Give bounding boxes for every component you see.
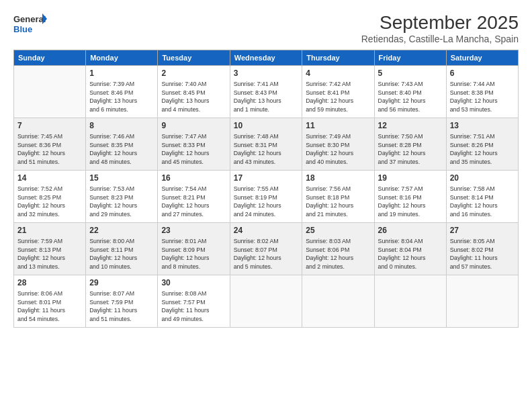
calendar-cell: 3Sunrise: 7:41 AM Sunset: 8:43 PM Daylig…	[230, 66, 302, 118]
calendar-cell: 1Sunrise: 7:39 AM Sunset: 8:46 PM Daylig…	[86, 66, 158, 118]
day-number: 23	[161, 225, 226, 236]
week-row-5: 28Sunrise: 8:06 AM Sunset: 8:01 PM Dayli…	[14, 275, 519, 328]
day-info: Sunrise: 8:00 AM Sunset: 8:11 PM Dayligh…	[89, 237, 154, 271]
calendar-cell: 19Sunrise: 7:57 AM Sunset: 8:16 PM Dayli…	[374, 171, 446, 223]
day-info: Sunrise: 7:41 AM Sunset: 8:43 PM Dayligh…	[234, 80, 299, 114]
day-number: 3	[234, 68, 299, 79]
day-info: Sunrise: 7:43 AM Sunset: 8:40 PM Dayligh…	[378, 80, 443, 114]
calendar-page: General Blue September 2025 Retiendas, C…	[0, 0, 532, 411]
calendar-cell	[446, 275, 518, 328]
day-number: 1	[89, 68, 154, 79]
day-info: Sunrise: 7:51 AM Sunset: 8:26 PM Dayligh…	[450, 132, 515, 167]
day-info: Sunrise: 8:05 AM Sunset: 8:02 PM Dayligh…	[450, 237, 515, 271]
main-title: September 2025	[361, 12, 519, 34]
logo-svg: General Blue	[13, 12, 47, 38]
calendar-cell: 21Sunrise: 7:59 AM Sunset: 8:13 PM Dayli…	[14, 223, 86, 275]
day-number: 29	[89, 277, 154, 289]
day-info: Sunrise: 7:46 AM Sunset: 8:35 PM Dayligh…	[89, 132, 154, 167]
day-info: Sunrise: 8:08 AM Sunset: 7:57 PM Dayligh…	[161, 289, 226, 324]
logo: General Blue	[13, 12, 47, 38]
day-info: Sunrise: 7:44 AM Sunset: 8:38 PM Dayligh…	[450, 80, 515, 114]
day-info: Sunrise: 7:50 AM Sunset: 8:28 PM Dayligh…	[378, 132, 443, 167]
title-block: September 2025 Retiendas, Castille-La Ma…	[361, 12, 519, 44]
day-info: Sunrise: 7:52 AM Sunset: 8:25 PM Dayligh…	[17, 185, 82, 219]
day-number: 7	[17, 120, 82, 132]
calendar-cell: 12Sunrise: 7:50 AM Sunset: 8:28 PM Dayli…	[374, 118, 446, 171]
day-info: Sunrise: 7:47 AM Sunset: 8:33 PM Dayligh…	[161, 132, 226, 167]
day-number: 24	[234, 225, 299, 236]
header-tuesday: Tuesday	[158, 50, 230, 66]
calendar-cell	[14, 66, 86, 118]
calendar-cell: 29Sunrise: 8:07 AM Sunset: 7:59 PM Dayli…	[86, 275, 158, 328]
day-number: 13	[450, 120, 515, 132]
header-thursday: Thursday	[302, 50, 374, 66]
header-sunday: Sunday	[14, 50, 86, 66]
calendar-cell: 13Sunrise: 7:51 AM Sunset: 8:26 PM Dayli…	[446, 118, 518, 171]
day-info: Sunrise: 7:49 AM Sunset: 8:30 PM Dayligh…	[306, 132, 370, 167]
header-wednesday: Wednesday	[230, 50, 302, 66]
calendar-cell: 23Sunrise: 8:01 AM Sunset: 8:09 PM Dayli…	[158, 223, 230, 275]
day-info: Sunrise: 7:45 AM Sunset: 8:36 PM Dayligh…	[17, 132, 82, 167]
calendar-cell	[374, 275, 446, 328]
day-number: 28	[17, 277, 82, 289]
week-row-3: 14Sunrise: 7:52 AM Sunset: 8:25 PM Dayli…	[14, 171, 519, 223]
day-number: 14	[17, 173, 82, 184]
calendar-cell: 30Sunrise: 8:08 AM Sunset: 7:57 PM Dayli…	[158, 275, 230, 328]
day-info: Sunrise: 7:56 AM Sunset: 8:18 PM Dayligh…	[306, 185, 370, 219]
day-number: 5	[378, 68, 443, 79]
day-info: Sunrise: 8:01 AM Sunset: 8:09 PM Dayligh…	[161, 237, 226, 271]
calendar-cell	[230, 275, 302, 328]
subtitle: Retiendas, Castille-La Mancha, Spain	[361, 34, 519, 44]
calendar-cell: 26Sunrise: 8:04 AM Sunset: 8:04 PM Dayli…	[374, 223, 446, 275]
calendar-cell: 17Sunrise: 7:55 AM Sunset: 8:19 PM Dayli…	[230, 171, 302, 223]
header-monday: Monday	[86, 50, 158, 66]
day-number: 25	[306, 225, 370, 236]
day-info: Sunrise: 8:06 AM Sunset: 8:01 PM Dayligh…	[17, 289, 82, 324]
day-number: 9	[161, 120, 226, 132]
day-info: Sunrise: 7:55 AM Sunset: 8:19 PM Dayligh…	[234, 185, 299, 219]
day-info: Sunrise: 7:58 AM Sunset: 8:14 PM Dayligh…	[450, 185, 515, 219]
calendar-cell: 9Sunrise: 7:47 AM Sunset: 8:33 PM Daylig…	[158, 118, 230, 171]
calendar-cell: 5Sunrise: 7:43 AM Sunset: 8:40 PM Daylig…	[374, 66, 446, 118]
week-row-2: 7Sunrise: 7:45 AM Sunset: 8:36 PM Daylig…	[14, 118, 519, 171]
day-number: 21	[17, 225, 82, 236]
day-number: 10	[234, 120, 299, 132]
day-number: 22	[89, 225, 154, 236]
day-info: Sunrise: 7:48 AM Sunset: 8:31 PM Dayligh…	[234, 132, 299, 167]
calendar-cell: 2Sunrise: 7:40 AM Sunset: 8:45 PM Daylig…	[158, 66, 230, 118]
day-info: Sunrise: 7:59 AM Sunset: 8:13 PM Dayligh…	[17, 237, 82, 271]
week-row-4: 21Sunrise: 7:59 AM Sunset: 8:13 PM Dayli…	[14, 223, 519, 275]
header-friday: Friday	[374, 50, 446, 66]
calendar-cell: 8Sunrise: 7:46 AM Sunset: 8:35 PM Daylig…	[86, 118, 158, 171]
day-number: 6	[450, 68, 515, 79]
calendar-cell: 6Sunrise: 7:44 AM Sunset: 8:38 PM Daylig…	[446, 66, 518, 118]
calendar-cell: 16Sunrise: 7:54 AM Sunset: 8:21 PM Dayli…	[158, 171, 230, 223]
day-number: 27	[450, 225, 515, 236]
day-number: 4	[306, 68, 370, 79]
day-number: 30	[161, 277, 226, 289]
day-info: Sunrise: 7:54 AM Sunset: 8:21 PM Dayligh…	[161, 185, 226, 219]
svg-text:General: General	[13, 14, 46, 24]
day-number: 18	[306, 173, 370, 184]
day-info: Sunrise: 7:57 AM Sunset: 8:16 PM Dayligh…	[378, 185, 443, 219]
calendar-cell: 4Sunrise: 7:42 AM Sunset: 8:41 PM Daylig…	[302, 66, 374, 118]
day-info: Sunrise: 8:03 AM Sunset: 8:06 PM Dayligh…	[306, 237, 370, 271]
day-number: 19	[378, 173, 443, 184]
day-number: 8	[89, 120, 154, 132]
day-info: Sunrise: 8:02 AM Sunset: 8:07 PM Dayligh…	[234, 237, 299, 271]
week-row-1: 1Sunrise: 7:39 AM Sunset: 8:46 PM Daylig…	[14, 66, 519, 118]
day-number: 20	[450, 173, 515, 184]
calendar-cell: 24Sunrise: 8:02 AM Sunset: 8:07 PM Dayli…	[230, 223, 302, 275]
day-number: 2	[161, 68, 226, 79]
calendar-cell: 15Sunrise: 7:53 AM Sunset: 8:23 PM Dayli…	[86, 171, 158, 223]
calendar-cell: 7Sunrise: 7:45 AM Sunset: 8:36 PM Daylig…	[14, 118, 86, 171]
day-number: 12	[378, 120, 443, 132]
calendar-table: SundayMondayTuesdayWednesdayThursdayFrid…	[13, 50, 519, 328]
day-info: Sunrise: 7:42 AM Sunset: 8:41 PM Dayligh…	[306, 80, 370, 114]
day-number: 16	[161, 173, 226, 184]
header-saturday: Saturday	[446, 50, 518, 66]
day-number: 26	[378, 225, 443, 236]
calendar-cell: 25Sunrise: 8:03 AM Sunset: 8:06 PM Dayli…	[302, 223, 374, 275]
calendar-cell: 27Sunrise: 8:05 AM Sunset: 8:02 PM Dayli…	[446, 223, 518, 275]
calendar-header-row: SundayMondayTuesdayWednesdayThursdayFrid…	[14, 50, 519, 66]
